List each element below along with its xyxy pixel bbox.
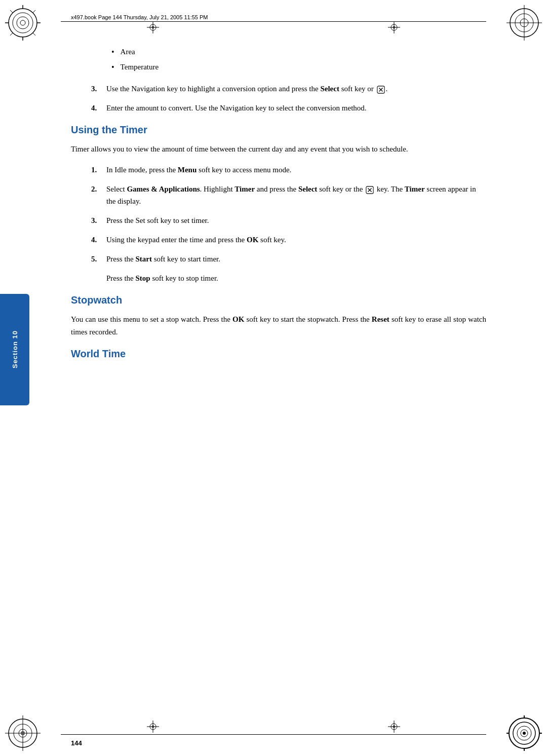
- corner-decoration-br: [506, 715, 542, 751]
- bullet-list-conversions: • Area • Temperature: [111, 46, 486, 73]
- bullet-item-area: • Area: [111, 46, 486, 59]
- step-3-text: Use the Navigation key to highlight a co…: [106, 83, 486, 95]
- x-key-icon: [377, 86, 385, 94]
- timer-steps-list: 1. In Idle mode, press the Menu soft key…: [91, 164, 486, 265]
- timer-step-2-text: Select Games & Applications. Highlight T…: [106, 183, 486, 207]
- corner-decoration-tr: [506, 5, 542, 41]
- timer-step-4: 4. Using the keypad enter the time and p…: [91, 234, 486, 246]
- svg-point-27: [523, 732, 526, 735]
- section-tab-label: Section 10: [11, 330, 19, 368]
- corner-decoration-tl: [5, 5, 41, 41]
- bullet-item-area-text: Area: [121, 46, 135, 58]
- step-3-container: 3. Use the Navigation key to highlight a…: [91, 83, 486, 114]
- timer-step-5: 5. Press the Start soft key to start tim…: [91, 253, 486, 265]
- bullet-item-temperature: • Temperature: [111, 61, 486, 74]
- timer-step-3-number: 3.: [91, 214, 106, 226]
- timer-step-1: 1. In Idle mode, press the Menu soft key…: [91, 164, 486, 176]
- using-timer-intro: Timer allows you to view the amount of t…: [71, 143, 486, 156]
- svg-line-8: [10, 10, 13, 13]
- svg-point-1: [13, 13, 33, 33]
- corner-decoration-bl: [5, 715, 41, 751]
- timer-step-1-number: 1.: [91, 164, 106, 176]
- bullet-dot: •: [111, 46, 114, 59]
- svg-point-3: [20, 20, 25, 25]
- svg-line-10: [10, 33, 13, 35]
- crosshair-top-right: [388, 21, 400, 35]
- svg-point-22: [21, 731, 25, 735]
- svg-line-9: [33, 10, 35, 13]
- stopwatch-heading: Stopwatch: [71, 294, 486, 306]
- world-time-heading: World Time: [71, 348, 486, 360]
- timer-stop-text: Press the Stop soft key to stop timer.: [106, 272, 486, 284]
- bullet-dot-2: •: [111, 61, 114, 74]
- timer-step-3: 3. Press the Set soft key to set timer.: [91, 214, 486, 226]
- section-tab: Section 10: [0, 294, 29, 405]
- footer-rule: [61, 734, 486, 735]
- timer-step-4-number: 4.: [91, 234, 106, 246]
- page-content: • Area • Temperature 3. Use the Navigati…: [71, 35, 486, 726]
- header-text: x497.book Page 144 Thursday, July 21, 20…: [71, 14, 208, 20]
- crosshair-top-left: [147, 21, 159, 35]
- step-4-number: 4.: [91, 102, 106, 114]
- timer-step-2-number: 2.: [91, 183, 106, 195]
- timer-step-3-text: Press the Set soft key to set timer.: [106, 214, 486, 226]
- svg-line-11: [33, 33, 35, 35]
- step-3: 3. Use the Navigation key to highlight a…: [91, 83, 486, 95]
- header-rule: [61, 21, 486, 22]
- timer-step-5-number: 5.: [91, 253, 106, 265]
- using-timer-heading: Using the Timer: [71, 124, 486, 136]
- x-key-icon-2: [366, 186, 374, 194]
- timer-step-1-text: In Idle mode, press the Menu soft key to…: [106, 164, 486, 176]
- step-4: 4. Enter the amount to convert. Use the …: [91, 102, 486, 114]
- stopwatch-text: You can use this menu to set a stop watc…: [71, 313, 486, 338]
- timer-step-2: 2. Select Games & Applications. Highligh…: [91, 183, 486, 207]
- page-number: 144: [71, 739, 82, 747]
- step-4-text: Enter the amount to convert. Use the Nav…: [106, 102, 486, 114]
- timer-step-5-text: Press the Start soft key to start timer.: [106, 253, 486, 265]
- bullet-item-temperature-text: Temperature: [121, 61, 159, 73]
- step-3-number: 3.: [91, 83, 106, 95]
- svg-point-2: [17, 17, 29, 29]
- timer-step-4-text: Using the keypad enter the time and pres…: [106, 234, 486, 246]
